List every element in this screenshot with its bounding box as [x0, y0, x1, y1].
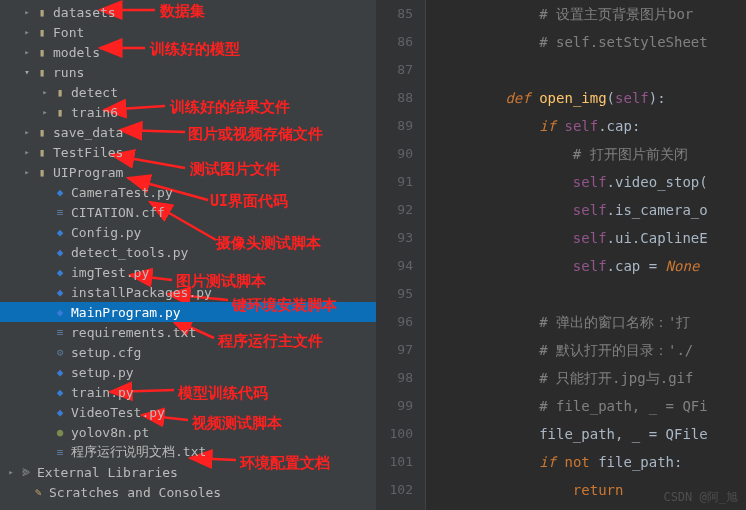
tree-item-imgTest-py[interactable]: ◆imgTest.py: [0, 262, 376, 282]
tree-item-label: setup.cfg: [71, 345, 141, 360]
tree-item-label: CITATION.cff: [71, 205, 165, 220]
folder-icon: ▮: [34, 145, 50, 159]
tree-item-setup-py[interactable]: ◆setup.py: [0, 362, 376, 382]
chevron-icon[interactable]: ▸: [40, 87, 50, 97]
chevron-icon[interactable]: ▸: [22, 167, 32, 177]
folder-icon: ▮: [52, 105, 68, 119]
line-gutter: 858687888990919293949596979899100101102: [376, 0, 426, 510]
py-icon: ◆: [52, 305, 68, 319]
tree-item-label: detect: [71, 85, 118, 100]
chevron-icon[interactable]: ▸: [22, 147, 32, 157]
code-line[interactable]: # self.setStyleSheet: [438, 28, 746, 56]
tree-item-detect_tools-py[interactable]: ◆detect_tools.py: [0, 242, 376, 262]
tree-item-CameraTest-py[interactable]: ◆CameraTest.py: [0, 182, 376, 202]
folder-icon: ▮: [34, 165, 50, 179]
tree-item-label: CameraTest.py: [71, 185, 173, 200]
tree-item-Scratches-and-Consoles[interactable]: ✎Scratches and Consoles: [0, 482, 376, 502]
tree-item-train-py[interactable]: ◆train.py: [0, 382, 376, 402]
tree-item-installPackages-py[interactable]: ◆installPackages.py: [0, 282, 376, 302]
code-line[interactable]: self.cap = None: [438, 252, 746, 280]
folder-icon: ▮: [34, 125, 50, 139]
cfg-icon: ⚙: [52, 345, 68, 359]
tree-item-train6[interactable]: ▸▮train6: [0, 102, 376, 122]
code-line[interactable]: # 默认打开的目录：'./: [438, 336, 746, 364]
tree-item-label: runs: [53, 65, 84, 80]
code-line[interactable]: # 弹出的窗口名称：'打: [438, 308, 746, 336]
tree-item-MainProgram-py[interactable]: ◆MainProgram.py: [0, 302, 376, 322]
py-icon: ◆: [52, 245, 68, 259]
code-line[interactable]: if not file_path:: [438, 448, 746, 476]
folder-icon: ▮: [34, 45, 50, 59]
code-line[interactable]: # file_path, _ = QFi: [438, 392, 746, 420]
chevron-icon[interactable]: ▸: [22, 127, 32, 137]
tree-item-yolov8n-pt[interactable]: ●yolov8n.pt: [0, 422, 376, 442]
tree-item--txt[interactable]: ≡程序运行说明文档.txt: [0, 442, 376, 462]
tree-item-label: imgTest.py: [71, 265, 149, 280]
tree-item-label: requirements.txt: [71, 325, 196, 340]
tree-item-CITATION-cff[interactable]: ≡CITATION.cff: [0, 202, 376, 222]
scratch-icon: ✎: [30, 485, 46, 499]
tree-item-label: train6: [71, 105, 118, 120]
tree-item-label: installPackages.py: [71, 285, 212, 300]
code-line[interactable]: [438, 56, 746, 84]
tree-item-label: detect_tools.py: [71, 245, 188, 260]
code-line[interactable]: # 只能打开.jpg与.gif: [438, 364, 746, 392]
pt-icon: ●: [52, 425, 68, 439]
tree-item-label: Scratches and Consoles: [49, 485, 221, 500]
chevron-icon[interactable]: ▸: [22, 47, 32, 57]
code-line[interactable]: def open_img(self):: [438, 84, 746, 112]
py-icon: ◆: [52, 265, 68, 279]
tree-item-setup-cfg[interactable]: ⚙setup.cfg: [0, 342, 376, 362]
tree-item-TestFiles[interactable]: ▸▮TestFiles: [0, 142, 376, 162]
tree-item-VideoTest-py[interactable]: ◆VideoTest.py: [0, 402, 376, 422]
tree-item-Font[interactable]: ▸▮Font: [0, 22, 376, 42]
py-icon: ◆: [52, 405, 68, 419]
tree-item-label: setup.py: [71, 365, 134, 380]
tree-item-label: datasets: [53, 5, 116, 20]
py-icon: ◆: [52, 385, 68, 399]
tree-item-External-Libraries[interactable]: ▸⫸External Libraries: [0, 462, 376, 482]
tree-item-detect[interactable]: ▸▮detect: [0, 82, 376, 102]
code-area[interactable]: # 设置主页背景图片bor # self.setStyleSheet def o…: [426, 0, 746, 510]
tree-item-requirements-txt[interactable]: ≡requirements.txt: [0, 322, 376, 342]
folder-icon: ▮: [34, 65, 50, 79]
code-line[interactable]: file_path, _ = QFile: [438, 420, 746, 448]
tree-item-label: train.py: [71, 385, 134, 400]
code-editor[interactable]: 858687888990919293949596979899100101102 …: [376, 0, 746, 510]
tree-item-label: TestFiles: [53, 145, 123, 160]
project-tree-panel: ▸▮datasets▸▮Font▸▮models▾▮runs▸▮detect▸▮…: [0, 0, 376, 510]
chevron-icon[interactable]: ▸: [22, 27, 32, 37]
tree-item-models[interactable]: ▸▮models: [0, 42, 376, 62]
chevron-icon[interactable]: ▸: [22, 7, 32, 17]
code-line[interactable]: self.video_stop(: [438, 168, 746, 196]
code-line[interactable]: # 设置主页背景图片bor: [438, 0, 746, 28]
tree-item-Config-py[interactable]: ◆Config.py: [0, 222, 376, 242]
code-line[interactable]: self.ui.CaplineE: [438, 224, 746, 252]
folder-icon: ▮: [34, 5, 50, 19]
tree-item-label: Config.py: [71, 225, 141, 240]
py-icon: ◆: [52, 225, 68, 239]
code-line[interactable]: self.is_camera_o: [438, 196, 746, 224]
tree-item-label: External Libraries: [37, 465, 178, 480]
tree-item-label: yolov8n.pt: [71, 425, 149, 440]
tree-item-runs[interactable]: ▾▮runs: [0, 62, 376, 82]
code-line[interactable]: # 打开图片前关闭: [438, 140, 746, 168]
chevron-icon[interactable]: ▾: [22, 67, 32, 77]
code-line[interactable]: if self.cap:: [438, 112, 746, 140]
tree-item-save_data[interactable]: ▸▮save_data: [0, 122, 376, 142]
watermark: CSDN @阿_旭: [663, 489, 738, 506]
py-icon: ◆: [52, 365, 68, 379]
folder-icon: ▮: [52, 85, 68, 99]
py-icon: ◆: [52, 285, 68, 299]
tree-item-label: Font: [53, 25, 84, 40]
chevron-icon[interactable]: ▸: [6, 467, 16, 477]
tree-item-datasets[interactable]: ▸▮datasets: [0, 2, 376, 22]
tree-item-UIProgram[interactable]: ▸▮UIProgram: [0, 162, 376, 182]
tree-item-label: VideoTest.py: [71, 405, 165, 420]
folder-icon: ▮: [34, 25, 50, 39]
code-line[interactable]: [438, 280, 746, 308]
tree-item-label: UIProgram: [53, 165, 123, 180]
py-icon: ◆: [52, 185, 68, 199]
chevron-icon[interactable]: ▸: [40, 107, 50, 117]
tree-item-label: MainProgram.py: [71, 305, 181, 320]
